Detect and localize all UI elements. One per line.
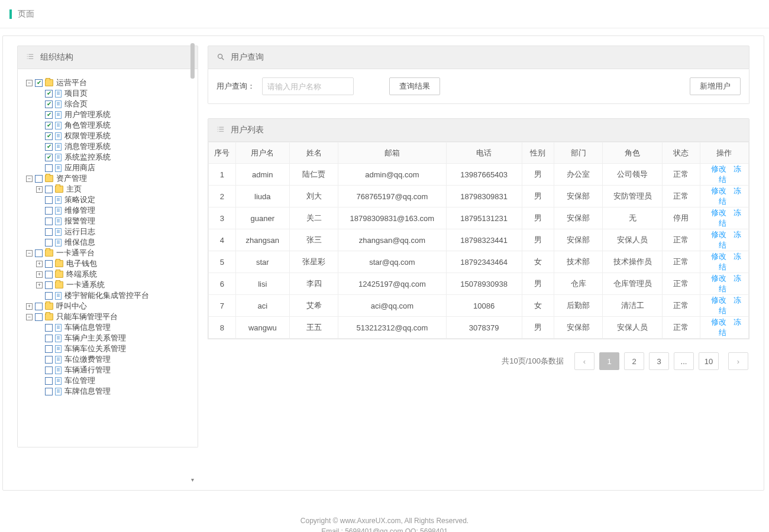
tree-node[interactable]: 权限管理系统 <box>26 131 189 141</box>
tree-checkbox[interactable] <box>45 111 53 119</box>
tree-node[interactable]: 车位管理 <box>26 375 189 386</box>
tree-checkbox[interactable] <box>45 186 53 193</box>
expand-icon[interactable]: + <box>36 186 43 193</box>
scrollbar-thumb[interactable] <box>190 43 195 79</box>
tree-node[interactable]: +呼叫中心 <box>26 301 189 312</box>
tree-checkbox[interactable] <box>45 154 53 161</box>
tree-node[interactable]: −一卡通平台 <box>26 248 189 258</box>
pager-prev[interactable]: ‹ <box>574 352 594 370</box>
tree-node[interactable]: 应用商店 <box>26 163 189 173</box>
query-button[interactable]: 查询结果 <box>389 77 440 95</box>
tree-node[interactable]: 车辆户主关系管理 <box>26 333 189 343</box>
tree-node[interactable]: 综合页 <box>26 99 189 109</box>
tree-node[interactable]: −资产管理 <box>26 173 189 184</box>
tree-checkbox[interactable] <box>45 356 53 364</box>
pager-page[interactable]: 3 <box>649 352 669 370</box>
edit-link[interactable]: 修改 <box>711 274 726 283</box>
folder-icon <box>55 281 63 288</box>
tree-node[interactable]: +终端系统 <box>26 269 189 280</box>
edit-link[interactable]: 修改 <box>711 186 726 195</box>
tree-checkbox[interactable] <box>45 377 53 385</box>
tree-node[interactable]: 车辆通行管理 <box>26 365 189 375</box>
tree-node[interactable]: +电子钱包 <box>26 258 189 269</box>
tree-checkbox[interactable] <box>45 366 53 374</box>
table-cell: 无 <box>603 207 662 229</box>
tree-node[interactable]: 维保信息 <box>26 237 189 248</box>
edit-link[interactable]: 修改 <box>711 296 726 304</box>
expand-icon[interactable]: + <box>36 282 43 288</box>
tree-node[interactable]: 系统监控系统 <box>26 152 189 163</box>
file-icon <box>55 100 62 108</box>
collapse-icon[interactable]: − <box>26 80 33 86</box>
table-cell: 1 <box>209 164 236 186</box>
tree-checkbox[interactable] <box>35 79 43 87</box>
pager-page[interactable]: 2 <box>624 352 644 370</box>
tree-checkbox[interactable] <box>45 260 53 268</box>
tree-checkbox[interactable] <box>45 271 53 278</box>
collapse-icon[interactable]: − <box>26 176 33 182</box>
pager-page[interactable]: 1 <box>599 352 619 370</box>
table-header: 操作 <box>700 142 748 164</box>
tree-node[interactable]: 车位缴费管理 <box>26 354 189 365</box>
edit-link[interactable]: 修改 <box>711 164 726 173</box>
tree-checkbox[interactable] <box>45 345 53 353</box>
pager-page[interactable]: 10 <box>699 352 719 370</box>
tree-node[interactable]: 车辆信息管理 <box>26 322 189 333</box>
collapse-icon[interactable]: − <box>26 314 33 320</box>
expand-icon[interactable]: + <box>36 261 43 267</box>
tree-node[interactable]: −运营平台 <box>26 77 189 88</box>
tree-node[interactable]: 角色管理系统 <box>26 120 189 131</box>
tree-node[interactable]: 报警管理 <box>26 216 189 226</box>
tree-node[interactable]: −只能车辆管理平台 <box>26 312 189 322</box>
add-user-button[interactable]: 新增用户 <box>690 77 741 95</box>
tree-checkbox[interactable] <box>45 143 53 151</box>
tree-node[interactable]: 车牌信息管理 <box>26 386 189 397</box>
table-cell-actions: 修改冻结 <box>700 273 748 295</box>
tree-checkbox[interactable] <box>45 122 53 129</box>
tree-checkbox[interactable] <box>45 100 53 108</box>
table-header: 姓名 <box>289 142 338 164</box>
tree-node[interactable]: 楼宇智能化集成管控平台 <box>26 290 189 301</box>
search-input[interactable] <box>262 77 354 95</box>
edit-link[interactable]: 修改 <box>711 317 726 326</box>
expand-icon[interactable]: + <box>26 303 33 310</box>
tree-node[interactable]: +一卡通系统 <box>26 280 189 290</box>
pager-next[interactable]: › <box>728 352 748 370</box>
table-cell: 18792343464 <box>446 251 522 273</box>
expand-icon[interactable]: + <box>36 271 43 278</box>
tree-checkbox[interactable] <box>45 218 53 225</box>
tree-checkbox[interactable] <box>45 90 53 98</box>
file-icon <box>55 164 62 172</box>
tree-checkbox[interactable] <box>45 164 53 172</box>
tree-checkbox[interactable] <box>35 249 43 257</box>
scroll-down-icon[interactable]: ▾ <box>189 476 196 483</box>
tree-node[interactable]: 项目页 <box>26 88 189 99</box>
tree-node[interactable]: 用户管理系统 <box>26 109 189 120</box>
tree-checkbox[interactable] <box>45 207 53 215</box>
edit-link[interactable]: 修改 <box>711 208 726 217</box>
tree-node[interactable]: 消息管理系统 <box>26 141 189 152</box>
tree-checkbox[interactable] <box>35 175 43 183</box>
tree-checkbox[interactable] <box>35 303 43 310</box>
tree-checkbox[interactable] <box>45 335 53 342</box>
tree-checkbox[interactable] <box>45 228 53 236</box>
tree-node[interactable]: 策略设定 <box>26 194 189 205</box>
tree-node[interactable]: 维修管理 <box>26 205 189 216</box>
tree-checkbox[interactable] <box>45 281 53 289</box>
tree-checkbox[interactable] <box>45 388 53 395</box>
edit-link[interactable]: 修改 <box>711 230 726 239</box>
tree-checkbox[interactable] <box>45 196 53 204</box>
tree-node[interactable]: +主页 <box>26 184 189 194</box>
tree-node[interactable]: 运行日志 <box>26 226 189 237</box>
tree-checkbox[interactable] <box>45 239 53 246</box>
tree-checkbox[interactable] <box>45 132 53 140</box>
table-header: 序号 <box>209 142 236 164</box>
tree-checkbox[interactable] <box>45 292 53 300</box>
folder-icon <box>55 271 63 278</box>
tree-checkbox[interactable] <box>45 324 53 332</box>
tree-checkbox[interactable] <box>35 313 43 321</box>
collapse-icon[interactable]: − <box>26 250 33 257</box>
tree-node[interactable]: 车辆车位关系管理 <box>26 343 189 354</box>
file-icon <box>55 111 62 119</box>
edit-link[interactable]: 修改 <box>711 252 726 261</box>
